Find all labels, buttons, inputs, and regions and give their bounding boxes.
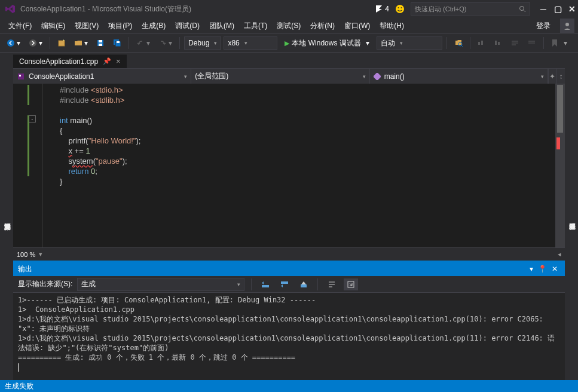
debug-target-combo[interactable]: 自动▾ xyxy=(377,36,442,50)
svg-rect-28 xyxy=(374,73,381,80)
menu-edit[interactable]: 编辑(E) xyxy=(36,19,70,33)
svg-point-1 xyxy=(398,7,399,8)
menu-file[interactable]: 文件(F) xyxy=(4,19,36,33)
svg-rect-17 xyxy=(478,42,480,45)
window-title: ConsoleApplication1 - Microsoft Visual S… xyxy=(20,4,191,14)
editor-area: ConsoleApplication1.cpp 📌 × ConsoleAppli… xyxy=(13,53,565,380)
goto-next-button[interactable] xyxy=(277,278,292,290)
nav-back-button[interactable]: ▾ xyxy=(4,37,23,49)
vertical-scrollbar[interactable] xyxy=(555,84,565,247)
file-tab[interactable]: ConsoleApplication1.cpp 📌 × xyxy=(13,54,127,68)
output-pin-button[interactable]: 📍 xyxy=(536,265,549,273)
svg-rect-27 xyxy=(19,75,21,76)
svg-line-16 xyxy=(461,45,463,47)
save-button[interactable] xyxy=(93,37,108,49)
config-combo[interactable]: Debug▾ xyxy=(184,36,221,50)
goto-prev-button[interactable] xyxy=(258,278,273,290)
undo-button[interactable]: ▾ xyxy=(133,37,153,49)
svg-rect-31 xyxy=(301,284,307,287)
vs-logo-icon xyxy=(5,4,16,14)
step-button-2 xyxy=(491,38,506,48)
svg-point-5 xyxy=(565,23,569,26)
svg-point-3 xyxy=(520,7,524,11)
menu-view[interactable]: 视图(V) xyxy=(70,19,103,33)
output-text[interactable]: 1>------ 已启动生成: 项目: ConsoleApplication1,… xyxy=(13,293,565,380)
svg-rect-20 xyxy=(498,42,500,45)
menu-project[interactable]: 项目(P) xyxy=(103,19,137,33)
tab-close-button[interactable]: × xyxy=(116,57,121,65)
feedback-icon[interactable] xyxy=(395,4,405,14)
document-tabs: ConsoleApplication1.cpp 📌 × xyxy=(13,53,565,68)
comment-button xyxy=(508,38,522,48)
maximize-button[interactable]: ▢ xyxy=(554,5,561,13)
output-source-combo[interactable]: 生成▾ xyxy=(77,278,244,291)
svg-rect-18 xyxy=(481,41,483,45)
svg-point-0 xyxy=(396,5,404,13)
search-icon xyxy=(519,5,526,13)
code-content[interactable]: -#include <stdio.h> #include <stdlib.h> … xyxy=(43,84,555,247)
svg-rect-8 xyxy=(59,41,65,46)
quick-launch-input[interactable]: 快速启动 (Ctrl+Q) xyxy=(411,2,530,16)
close-button[interactable]: ✕ xyxy=(568,5,576,13)
nav-forward-button[interactable]: ▾ xyxy=(26,37,45,49)
minimize-button[interactable]: ─ xyxy=(540,5,547,13)
context-combo[interactable]: (全局范围)▾ xyxy=(191,69,369,84)
svg-point-2 xyxy=(401,7,402,8)
output-title-bar[interactable]: 输出 ▾ 📍 ✕ xyxy=(13,262,565,276)
split-button-2[interactable]: ↕ xyxy=(556,69,565,84)
menu-build[interactable]: 生成(B) xyxy=(137,19,170,33)
title-bar: ConsoleApplication1 - Microsoft Visual S… xyxy=(0,0,578,18)
pin-icon[interactable]: 📌 xyxy=(103,57,111,65)
sign-in-button[interactable]: 登录 xyxy=(531,19,555,33)
platform-combo[interactable]: x86▾ xyxy=(224,36,277,50)
output-source-label: 显示输出来源(S): xyxy=(18,279,72,289)
find-in-files-button[interactable] xyxy=(451,37,466,49)
project-icon xyxy=(17,72,25,81)
output-pane: 输出 ▾ 📍 ✕ 显示输出来源(S): 生成▾ 1>------ 已启动生成: … xyxy=(13,261,565,380)
auto-scroll-button[interactable] xyxy=(344,278,358,290)
menu-tools[interactable]: 工具(T) xyxy=(239,19,272,33)
error-indicator[interactable] xyxy=(556,137,560,149)
open-file-button[interactable]: ▾ xyxy=(71,37,91,49)
member-combo[interactable]: main()▾ xyxy=(370,69,548,84)
svg-rect-19 xyxy=(495,41,497,45)
menu-window[interactable]: 窗口(W) xyxy=(340,19,375,33)
status-bar: 生成失败 xyxy=(0,380,578,392)
output-close-button[interactable]: ✕ xyxy=(549,265,560,273)
menu-help[interactable]: 帮助(H) xyxy=(375,19,409,33)
new-project-button[interactable] xyxy=(54,37,69,49)
zoom-bar: 100 % ▾ ◂ xyxy=(13,247,565,261)
svg-rect-11 xyxy=(99,44,102,46)
main-toolbar: ▾ ▾ ▾ ▾ ▾ Debug▾ x86▾ ▶本地 Windows 调试器▾ 自… xyxy=(0,33,578,53)
h-scroll-left[interactable]: ◂ xyxy=(558,250,561,258)
user-icon[interactable] xyxy=(560,19,574,33)
svg-rect-30 xyxy=(281,281,288,284)
menu-test[interactable]: 测试(S) xyxy=(272,19,305,33)
menu-team[interactable]: 团队(M) xyxy=(204,19,239,33)
save-all-button[interactable] xyxy=(110,37,124,49)
step-button-1 xyxy=(475,38,489,48)
clear-button[interactable] xyxy=(296,278,311,290)
svg-point-7 xyxy=(29,39,36,47)
word-wrap-button[interactable] xyxy=(325,278,339,290)
redo-button[interactable]: ▾ xyxy=(155,37,175,49)
split-button[interactable]: ✦ xyxy=(548,69,556,84)
svg-rect-14 xyxy=(117,41,120,43)
method-icon xyxy=(374,73,381,80)
code-editor[interactable]: -#include <stdio.h> #include <stdlib.h> … xyxy=(13,84,565,247)
quick-launch-placeholder: 快速启动 (Ctrl+Q) xyxy=(415,5,466,14)
scope-combo[interactable]: ConsoleApplication1▾ xyxy=(13,69,191,84)
output-dropdown-button[interactable]: ▾ xyxy=(527,265,536,273)
zoom-level[interactable]: 100 % xyxy=(17,251,35,258)
start-debug-button[interactable]: ▶本地 Windows 调试器▾ xyxy=(280,36,374,50)
right-sidebar: 服务器资源管理器 工具箱 属性 xyxy=(565,53,578,380)
menu-analyze[interactable]: 分析(N) xyxy=(305,19,340,33)
bookmark-button[interactable] xyxy=(548,37,561,49)
svg-rect-29 xyxy=(262,285,269,287)
menu-debug[interactable]: 调试(D) xyxy=(170,19,204,33)
notification-flag[interactable]: 4 xyxy=(375,5,389,13)
solution-explorer-tab[interactable]: 解决方案资源管理器 xyxy=(2,215,13,222)
menu-bar: 文件(F) 编辑(E) 视图(V) 项目(P) 生成(B) 调试(D) 团队(M… xyxy=(0,18,578,33)
svg-line-4 xyxy=(524,10,525,12)
server-explorer-tab[interactable]: 服务器资源管理器 xyxy=(567,215,578,222)
